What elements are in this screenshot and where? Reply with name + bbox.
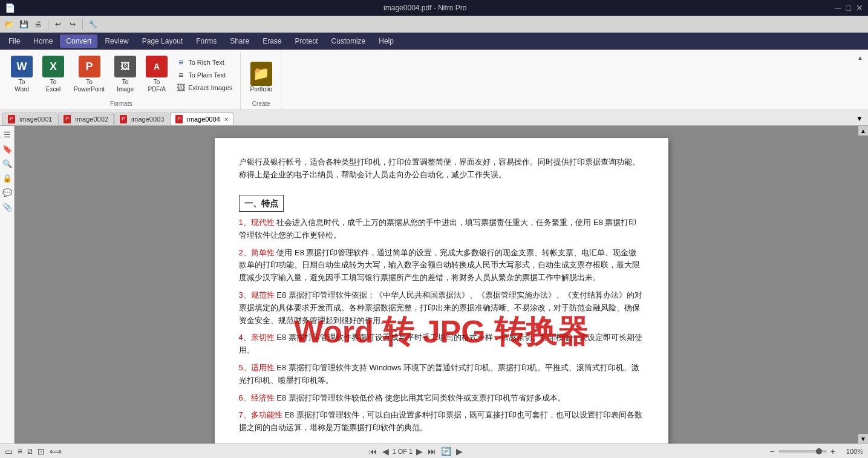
to-plain-text-label: To Plain Text (188, 71, 226, 79)
menu-file[interactable]: File (2, 34, 26, 48)
view-two-page-button[interactable]: ⧄ (27, 446, 33, 456)
title-bar: 📄 image0004.pdf - Nitro Pro ─ □ ✕ (0, 0, 868, 16)
menu-customize[interactable]: Customize (325, 34, 372, 48)
tab-image0004[interactable]: P image0004 ✕ (170, 113, 233, 125)
close-button[interactable]: ✕ (856, 3, 863, 13)
sidebar-thumbnails-icon[interactable]: ☰ (1, 128, 13, 140)
tab-bar: P image0001 P image0002 P image0003 P im… (0, 110, 868, 126)
nav-last-button[interactable]: ⏭ (426, 447, 437, 456)
portfolio-label: Portfolio (250, 86, 273, 93)
tab-close-image0004[interactable]: ✕ (224, 116, 229, 123)
menu-help[interactable]: Help (373, 34, 400, 48)
sidebar-security-icon[interactable]: 🔒 (1, 172, 13, 184)
tab-icon-image0003: P (120, 115, 127, 123)
pdf-page: Word 转 JPG 转换器 户银行及银行帐号，适合各种类型打印机，打印位置调整… (215, 138, 668, 443)
formats-group-label: Formats (110, 100, 132, 108)
menu-share[interactable]: Share (224, 34, 255, 48)
nav-refresh-button[interactable]: 🔄 (440, 447, 452, 456)
menu-bar: File Home Convert Review Page Layout For… (0, 33, 868, 50)
undo-button[interactable]: ↩ (51, 18, 65, 31)
tab-image0002[interactable]: P image0002 (58, 113, 113, 125)
zoom-in-button[interactable]: + (830, 447, 835, 456)
to-pdfa-label: ToPDF/A (148, 79, 165, 93)
nav-next-button[interactable]: ▶ (415, 447, 424, 456)
scroll-top-button[interactable]: ▲ (858, 126, 868, 136)
nav-first-button[interactable]: ⏮ (368, 447, 379, 456)
tools-button[interactable]: 🔧 (86, 18, 99, 31)
menu-erase[interactable]: Erase (256, 34, 287, 48)
to-pdfa-button[interactable]: A ToPDF/A (142, 54, 171, 96)
feature-7-text: E8 票据打印管理软件，可以自由设置多种打印票据，既可直接打印也可套打，也可以设… (239, 410, 642, 432)
feature-1-label: 1、现代性 (239, 218, 275, 227)
to-plain-text-button[interactable]: ≡ To Plain Text (174, 69, 235, 81)
feature-5: 5、适用性 E8 票据打印管理软件支持 Windows 环境下的普通针式打印机、… (239, 362, 644, 387)
section1-heading: 一、特点 (239, 195, 284, 212)
tab-image0003[interactable]: P image0003 (114, 113, 169, 125)
content-area[interactable]: ▲ Word 转 JPG 转换器 户银行及银行帐号，适合各种类型打印机，打印位置… (15, 126, 868, 443)
open-button[interactable]: 📂 (2, 18, 16, 31)
content-scroll[interactable]: Word 转 JPG 转换器 户银行及银行帐号，适合各种类型打印机，打印位置调整… (15, 126, 868, 443)
redo-button[interactable]: ↪ (66, 18, 79, 31)
ribbon: W ToWord X ToExcel P ToPowerPoint (0, 50, 868, 110)
view-single-button[interactable]: ▭ (5, 447, 13, 456)
nav-prev-button[interactable]: ◀ (381, 447, 390, 456)
zoom-slider[interactable] (778, 450, 827, 453)
tab-label-image0001: image0001 (19, 116, 52, 123)
feature-2-label: 2、简单性 (239, 248, 275, 257)
extract-images-label: Extract Images (188, 84, 232, 91)
minimize-button[interactable]: ─ (835, 3, 841, 13)
quick-access-toolbar: 📂 💾 🖨 ↩ ↪ 🔧 (0, 16, 868, 33)
zoom-level: 100% (839, 448, 863, 455)
tab-image0001[interactable]: P image0001 (2, 113, 57, 125)
sidebar-attachments-icon[interactable]: 📎 (1, 201, 13, 213)
feature-4-label: 4、亲切性 (239, 333, 275, 342)
menu-convert[interactable]: Convert (60, 34, 97, 48)
to-image-button[interactable]: 🖼 ToImage (111, 54, 140, 96)
to-excel-button[interactable]: X ToExcel (39, 54, 68, 96)
status-bar: ▭ ≡ ⧄ ⊡ ⟺ ⏮ ◀ 1 OF 1 ▶ ⏭ 🔄 ▶ − + 100% (0, 443, 868, 458)
sidebar-bookmarks-icon[interactable]: 🔖 (1, 143, 13, 155)
sidebar-search-icon[interactable]: 🔍 (1, 157, 13, 169)
extract-images-icon: 🖼 (176, 83, 186, 93)
portfolio-button[interactable]: 📁 Portfolio (247, 54, 276, 96)
feature-6-text: E8 票据打印管理软件较低价格 使您比用其它同类软件或支票打印机节省好多成本。 (276, 393, 566, 402)
nav-play-button[interactable]: ▶ (455, 447, 464, 456)
ribbon-collapse-button[interactable]: ▲ (857, 54, 863, 61)
view-fit-width-button[interactable]: ⟺ (50, 447, 62, 456)
feature-6-label: 6、经济性 (239, 393, 275, 402)
to-word-button[interactable]: W ToWord (7, 54, 36, 96)
view-fit-button[interactable]: ⊡ (38, 447, 45, 456)
feature-7-label: 7、多功能性 (239, 410, 282, 419)
feature-1: 1、现代性 社会进入信息时代，成千上万的票据从您的手中进出，填写票据责任重大，任… (239, 217, 644, 242)
sidebar-comments-icon[interactable]: 💬 (1, 186, 13, 198)
feature-6: 6、经济性 E8 票据打印管理软件较低价格 使您比用其它同类软件或支票打印机节省… (239, 392, 644, 405)
tab-dropdown-button[interactable]: ▼ (853, 112, 866, 125)
menu-protect[interactable]: Protect (289, 34, 324, 48)
tab-label-image0003: image0003 (131, 116, 164, 123)
feature-3-text: E8 票据打印管理软件依据：《中华人民共和国票据法》、《票据管理实施办法》、《支… (239, 290, 642, 325)
ribbon-large-buttons: W ToWord X ToExcel P ToPowerPoint (7, 54, 235, 96)
create-group-label: Create (252, 100, 270, 108)
image-icon: 🖼 (114, 56, 136, 77)
save-button[interactable]: 💾 (17, 18, 30, 31)
menu-review[interactable]: Review (99, 34, 134, 48)
status-right: − + 100% (770, 447, 863, 456)
ribbon-group-create: 📁 Portfolio Create (242, 52, 282, 110)
zoom-out-button[interactable]: − (770, 447, 775, 456)
zoom-slider-thumb (816, 448, 822, 454)
view-continuous-button[interactable]: ≡ (18, 447, 22, 456)
extract-images-button[interactable]: 🖼 Extract Images (174, 82, 235, 94)
menu-home[interactable]: Home (27, 34, 59, 48)
rich-text-icon: ≡ (176, 57, 186, 67)
menu-forms[interactable]: Forms (190, 34, 223, 48)
feature-2: 2、简单性 使用 E8 票据打印管理软件，通过简单的设置，完成大多数银行的现金支… (239, 247, 644, 284)
print-button[interactable]: 🖨 (31, 18, 45, 31)
app-icon: 📄 (5, 3, 15, 13)
to-rich-text-button[interactable]: ≡ To Rich Text (174, 56, 235, 68)
title-bar-left: 📄 (5, 3, 15, 13)
scroll-bottom-button[interactable]: ▼ (858, 434, 868, 443)
maximize-button[interactable]: □ (846, 3, 851, 13)
menu-page-layout[interactable]: Page Layout (136, 34, 189, 48)
to-powerpoint-button[interactable]: P ToPowerPoint (70, 54, 108, 96)
page-info: 1 OF 1 (393, 448, 413, 455)
